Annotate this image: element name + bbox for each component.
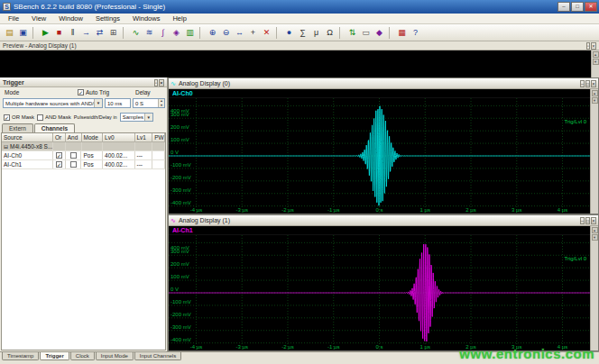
display-1-scroll-down-button[interactable]: ▼ [592,234,598,241]
zoom-in-icon[interactable]: ⊕ [206,26,219,40]
display-1-scroll-up-button[interactable]: ▲ [592,227,598,233]
axis-tick-label: 0 s [375,344,382,350]
display-0-maximize-button[interactable]: □ [585,80,590,87]
analog-display-0-plot[interactable]: 400 mV300 mV200 mV100 mV0 V-100 mV-200 m… [169,98,590,214]
and-mask-checkbox[interactable] [37,114,43,121]
preview-scroll-up-button[interactable]: ▲ [593,51,599,58]
waveform-canvas-0[interactable]: 400 mV300 mV200 mV100 mV0 V-100 mV-200 m… [169,98,590,214]
analog-display-0-scrollbar[interactable]: ▲▼ [590,89,598,214]
info-view-icon[interactable]: ● [282,26,296,40]
close-button[interactable]: ✕ [585,2,597,12]
bottom-tab-clock[interactable]: Clock [70,352,95,360]
analog-display-1-scrollbar[interactable]: ▲▼ [590,226,598,350]
table-row[interactable]: AI-Ch0✓Pos400.02...--- [2,151,165,160]
maximize-button[interactable]: □ [571,2,584,12]
digital-display-icon[interactable]: ≋ [143,26,156,40]
mode-cell[interactable]: Pos [81,160,103,168]
zoom-out-icon[interactable]: ⊖ [219,26,233,40]
menu-item-windows[interactable]: Windows [126,14,166,23]
pulsewidth-unit-select[interactable]: Samples ▼ [120,113,153,122]
display-0-scroll-down-button[interactable]: ▼ [592,97,598,104]
trigger-panel-float-button[interactable]: ▫ [154,79,158,86]
chevron-down-icon[interactable]: ▼ [94,99,102,107]
bottom-tab-input-channels[interactable]: Input Channels [134,352,181,360]
tree-collapse-icon[interactable]: ⊟ [4,143,8,150]
menu-item-file[interactable]: File [2,14,25,23]
bottom-tab-input-mode[interactable]: Input Mode [96,352,134,360]
lv0-cell[interactable]: 400.02... [103,151,134,159]
help-icon[interactable]: ? [409,26,422,40]
spin-down-icon[interactable]: ▼ [159,104,164,108]
display-0-minimize-button[interactable]: – [580,80,585,87]
xy-display-icon[interactable]: ◈ [170,26,183,40]
trigger-delay-field[interactable]: 0 S ▲ ▼ [133,98,165,108]
analog-display-1-plot[interactable]: 400 mV300 mV200 mV100 mV0 V-100 mV-200 m… [169,235,590,350]
display-1-minimize-button[interactable]: – [580,217,585,224]
hardware-setup-icon[interactable]: ⊞ [106,26,120,40]
tab-extern[interactable]: Extern [2,123,33,132]
menu-item-view[interactable]: View [25,14,52,23]
delay-spinner[interactable]: ▲ ▼ [158,99,164,107]
save-file-icon[interactable]: ▣ [16,26,30,40]
pause-acquisition-icon[interactable]: ‖ [66,26,79,40]
preview-scrollbar[interactable]: ▲▼ [591,50,599,77]
spectrum-display-icon[interactable]: ∫ [156,26,170,40]
lv1-cell[interactable]: --- [135,160,153,168]
tab-channels[interactable]: Channels [34,123,75,132]
calculation-icon[interactable]: ∑ [296,26,309,40]
trigger-mode-select[interactable]: Multiple hardware sources with AND/OR ▼ [3,98,103,108]
chevron-down-icon[interactable]: ▼ [144,114,152,121]
histogram-display-icon[interactable]: ▥ [183,26,197,40]
auto-trig-timeout-field[interactable]: 10 ms [105,98,131,108]
cursor-tool-icon[interactable]: + [246,26,260,40]
display-1-close-button[interactable]: ✕ [591,217,596,224]
titlebar[interactable]: S SBench 6.2.2 build 8080 (Professional … [0,0,599,14]
channel-label: AI-Ch1 [172,227,193,233]
zoom-fit-icon[interactable]: ↔ [233,26,246,40]
memory-setup-icon[interactable]: ▦ [395,26,409,40]
preview-scroll-down-button[interactable]: ▼ [593,59,599,65]
or-mask-checkbox[interactable]: ✓ [4,114,10,121]
export-data-icon[interactable]: ⇅ [346,26,359,40]
lv0-cell[interactable]: 400.02... [103,160,134,168]
preview-strip[interactable] [0,50,591,77]
or-checkbox[interactable]: ✓ [56,161,62,168]
trigger-panel-close-button[interactable]: ✕ [159,79,164,86]
table-group-row[interactable]: ⊟M4i.4450-x8 S... [2,142,165,151]
pw-cell[interactable] [152,160,165,168]
display-0-close-button[interactable]: ✕ [591,80,596,87]
preview-float-button[interactable]: ▫ [586,42,590,50]
auto-trig-checkbox[interactable]: ✓ [78,89,84,96]
analog-display-0-titlebar[interactable]: ∿ Analog Display (0) –□✕ [169,78,598,89]
analog-display-icon[interactable]: ∿ [129,26,143,40]
single-run-icon[interactable]: → [79,26,93,40]
open-file-icon[interactable]: ▤ [3,26,16,40]
display-1-maximize-button[interactable]: □ [585,217,590,224]
average-calc-icon[interactable]: μ [309,26,323,40]
mode-cell[interactable]: Pos [81,151,103,159]
pw-cell[interactable] [152,151,165,159]
print-icon[interactable]: ▭ [359,26,373,40]
loop-run-icon[interactable]: ⇄ [93,26,106,40]
table-row[interactable]: AI-Ch1✓Pos400.02...--- [2,160,165,169]
and-checkbox[interactable] [70,161,77,168]
or-checkbox[interactable]: ✓ [56,152,62,159]
lv1-cell[interactable]: --- [135,151,153,159]
settings-icon[interactable]: ◆ [373,26,386,40]
start-acquisition-icon[interactable]: ▶ [39,26,52,40]
bottom-tab-timestamp[interactable]: Timestamp [2,352,39,360]
waveform-canvas-1[interactable]: 400 mV300 mV200 mV100 mV0 V-100 mV-200 m… [169,235,590,350]
menu-item-window[interactable]: Window [52,14,89,23]
trigger-panel-caption[interactable]: Trigger ▫✕ [0,77,167,87]
minimize-button[interactable]: – [558,2,570,12]
filter-calc-icon[interactable]: Ω [323,26,336,40]
and-checkbox[interactable] [70,152,77,159]
close-all-displays-icon[interactable]: ✕ [260,26,273,40]
stop-acquisition-icon[interactable]: ■ [52,26,66,40]
analog-display-1-titlebar[interactable]: ∿ Analog Display (1) –□✕ [169,215,598,226]
preview-close-button[interactable]: ✕ [591,42,596,50]
display-0-scroll-up-button[interactable]: ▲ [592,90,598,96]
bottom-tab-trigger[interactable]: Trigger [40,352,69,360]
menu-item-help[interactable]: Help [166,14,192,23]
menu-item-settings[interactable]: Settings [89,14,126,23]
